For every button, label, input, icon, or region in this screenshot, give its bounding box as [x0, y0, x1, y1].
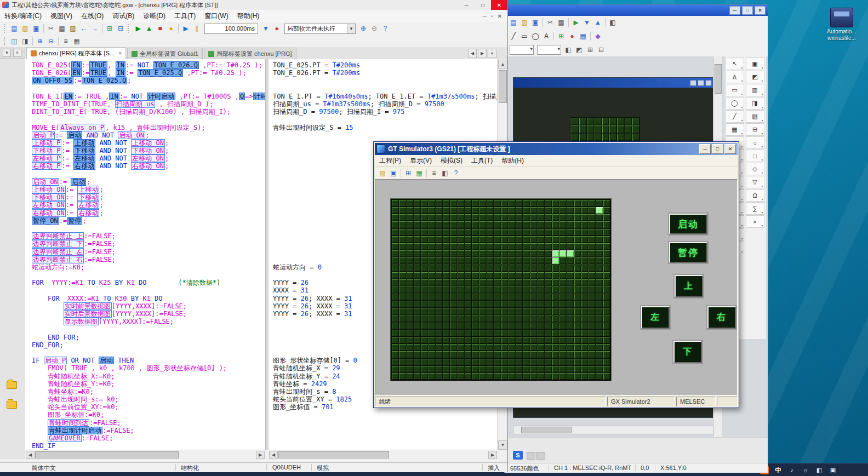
horizontal-scrollbar-right[interactable]: ◀ ▶ — [269, 450, 498, 459]
mdi-minimize-icon[interactable]: ─ — [483, 13, 487, 19]
zoom-in-icon[interactable]: ⊕ — [35, 36, 45, 47]
redo-icon[interactable]: → — [89, 23, 100, 34]
skip-range-icon[interactable]: ▼ — [260, 23, 271, 34]
compile-all-icon[interactable]: ⊟ — [115, 23, 126, 34]
toolbox-tool-icon[interactable]: ▧ — [746, 110, 764, 123]
new-screen-icon[interactable]: ▤ — [508, 17, 519, 28]
switch-object-icon[interactable]: ⊞ — [556, 31, 567, 42]
toolbox-tool-icon[interactable]: ∑ — [746, 202, 764, 215]
mdi-close-icon[interactable]: ✕ — [498, 13, 502, 19]
tab-scroll-icon[interactable]: ▶ — [478, 49, 487, 58]
designer-horizontal-scrollbar[interactable] — [513, 426, 714, 434]
menu-item[interactable]: 诊断(D) — [139, 10, 170, 22]
cut-icon[interactable]: ✂ — [545, 17, 556, 28]
close-button[interactable]: ✕ — [491, 0, 507, 10]
upload-icon[interactable]: ▲ — [592, 17, 603, 28]
folder-icon[interactable] — [7, 381, 17, 389]
break-point-icon[interactable]: ● — [271, 23, 282, 34]
horizontal-scrollbar-left[interactable]: ◀ ▶ — [25, 450, 265, 459]
toolbox-tool-icon[interactable]: ╱ — [726, 110, 744, 123]
menu-item[interactable]: 转换/编译(C) — [0, 10, 46, 22]
cascade-windows-icon[interactable]: ◫ — [9, 36, 20, 47]
help-icon[interactable]: ? — [450, 168, 461, 179]
toolbox-tool-icon[interactable]: ▣ — [746, 58, 764, 70]
toolbox-tool-icon[interactable]: ↖ — [726, 58, 744, 70]
close-button[interactable]: ✕ — [755, 6, 766, 15]
simulate-icon[interactable]: ▶ — [570, 17, 581, 28]
zoom-out-icon[interactable]: ⊖ — [45, 36, 56, 47]
toolbox-tool-icon[interactable]: ▥ — [746, 84, 764, 96]
toolbox-tool-icon[interactable]: ◯ — [726, 97, 744, 110]
toolbox-tool-icon[interactable]: A — [726, 71, 744, 83]
down-button[interactable]: 下 — [673, 341, 702, 363]
docked-panel-icon[interactable] — [536, 452, 545, 460]
mdi-restore-icon[interactable]: ▫ — [491, 13, 493, 19]
device-execution-combo[interactable]: 局部软元件未执行 ▼ — [284, 24, 356, 34]
monitor-stop-icon[interactable]: ■ — [155, 23, 165, 34]
device-test-icon[interactable]: ● — [165, 23, 176, 34]
help-icon[interactable]: ? — [380, 23, 391, 34]
text-icon[interactable]: A — [541, 31, 552, 42]
maximize-button[interactable]: □ — [712, 144, 723, 154]
inner-minimize-icon[interactable] — [690, 80, 696, 86]
folder-icon[interactable] — [7, 401, 17, 409]
menu-item[interactable]: 视图(V) — [46, 10, 77, 22]
menu-item[interactable]: 工具(T) — [467, 154, 497, 167]
align-left-icon[interactable]: ◧ — [563, 44, 574, 55]
ungroup-icon[interactable]: ⊟ — [596, 44, 607, 55]
align-top-icon[interactable]: ◩ — [574, 44, 585, 55]
copy-icon[interactable]: ▦ — [56, 23, 67, 34]
scroll-right-icon[interactable]: ▶ — [256, 451, 265, 459]
scroll-left-icon[interactable]: ◀ — [269, 451, 278, 459]
menu-item[interactable]: 工程(P) — [375, 154, 406, 167]
document-tab[interactable]: chenxu [PRG] 程序本体 [S...× — [26, 47, 126, 59]
inner-maximize-icon[interactable] — [698, 80, 704, 86]
monitor-write-icon[interactable]: ▲ — [144, 23, 155, 34]
menu-item[interactable]: 调试(B) — [108, 10, 139, 22]
scrollbar-thumb[interactable] — [521, 427, 572, 433]
toolbox-tool-icon[interactable]: Ω — [746, 189, 764, 202]
watch-start-icon[interactable]: ⊕ — [358, 23, 369, 34]
compile-icon[interactable]: ⊞ — [104, 23, 115, 34]
notification-tray-icon[interactable]: ▣ — [829, 466, 837, 474]
scrollbar-thumb[interactable] — [499, 70, 507, 103]
undo-icon[interactable]: ← — [78, 23, 89, 34]
menu-item[interactable]: 在线(O) — [77, 10, 108, 22]
lamp-object-icon[interactable]: ● — [567, 31, 578, 42]
menu-item[interactable]: 模拟(S) — [436, 154, 467, 167]
scroll-up-icon[interactable]: ▲ — [498, 60, 507, 69]
figure-rect-icon[interactable]: ▭ — [519, 31, 530, 42]
tile-windows-icon[interactable]: ◨ — [20, 36, 31, 47]
close-button[interactable]: ✕ — [724, 144, 736, 154]
zoom-combo[interactable] — [510, 45, 534, 55]
scan-time-field[interactable]: 100.000ms — [204, 24, 258, 34]
numerical-display-icon[interactable]: ▦ — [578, 31, 589, 42]
snapshot-icon[interactable]: ▣ — [388, 168, 399, 179]
toolbox-tool-icon[interactable]: ◇ — [746, 163, 764, 175]
device-monitor-icon[interactable]: ⊞ — [403, 168, 414, 179]
minimize-button[interactable]: ─ — [729, 6, 740, 15]
download-icon[interactable]: ▼ — [581, 17, 592, 28]
toolbox-tool-icon[interactable]: ⊟ — [746, 123, 764, 136]
scroll-left-icon[interactable]: ◀ — [26, 451, 35, 459]
screen-image-icon[interactable]: ▦ — [414, 168, 425, 179]
toolbox-tool-icon[interactable]: □ — [746, 150, 764, 162]
chevron-down-icon[interactable]: ▼ — [347, 24, 355, 33]
menu-item[interactable]: 帮助(H) — [233, 10, 264, 22]
menu-item[interactable]: 窗口(W) — [200, 10, 232, 22]
up-button[interactable]: 上 — [675, 275, 703, 297]
scrollbar-thumb[interactable] — [278, 451, 389, 458]
grid-combo[interactable] — [537, 45, 561, 55]
toolbox-tool-icon[interactable]: ▽ — [746, 176, 764, 188]
scroll-right-icon[interactable]: ▶ — [488, 451, 497, 459]
dock-pin-icon[interactable]: ▾ — [3, 49, 11, 57]
copy-icon[interactable]: ▦ — [556, 17, 567, 28]
left-button[interactable]: 左 — [641, 306, 670, 329]
toolbox-tool-icon[interactable]: ◩ — [746, 71, 764, 83]
figure-circle-icon[interactable]: ◯ — [530, 31, 541, 42]
display-tray-icon[interactable]: ◧ — [815, 466, 824, 474]
save-icon[interactable]: ▣ — [530, 17, 541, 28]
minimize-button[interactable]: ─ — [699, 144, 711, 154]
group-icon[interactable]: ⊞ — [585, 44, 596, 55]
new-project-icon[interactable]: ▤ — [9, 23, 20, 34]
